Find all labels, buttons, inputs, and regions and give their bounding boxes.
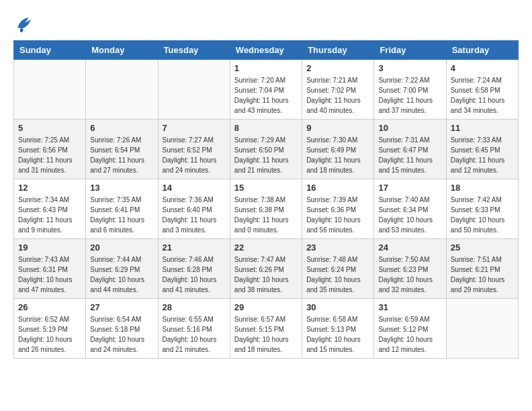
- calendar-cell: 8Sunrise: 7:29 AM Sunset: 6:50 PM Daylig…: [230, 120, 302, 179]
- weekday-header-tuesday: Tuesday: [158, 41, 230, 60]
- day-info: Sunrise: 7:26 AM Sunset: 6:54 PM Dayligh…: [90, 135, 153, 175]
- calendar-cell: 6Sunrise: 7:26 AM Sunset: 6:54 PM Daylig…: [86, 120, 158, 179]
- day-number: 27: [90, 302, 153, 312]
- day-number: 26: [18, 302, 81, 312]
- day-info: Sunrise: 7:36 AM Sunset: 6:40 PM Dayligh…: [163, 195, 226, 235]
- day-number: 23: [306, 242, 369, 253]
- day-info: Sunrise: 7:48 AM Sunset: 6:24 PM Dayligh…: [306, 255, 369, 295]
- calendar-cell: [158, 60, 230, 120]
- day-number: 9: [306, 123, 369, 133]
- day-number: 30: [306, 302, 369, 312]
- calendar-cell: 21Sunrise: 7:46 AM Sunset: 6:28 PM Dayli…: [158, 239, 230, 299]
- calendar-week-row: 19Sunrise: 7:43 AM Sunset: 6:31 PM Dayli…: [14, 239, 519, 299]
- day-number: 16: [306, 183, 369, 193]
- day-info: Sunrise: 7:33 AM Sunset: 6:45 PM Dayligh…: [451, 135, 514, 175]
- weekday-header-monday: Monday: [86, 41, 158, 60]
- day-number: 21: [163, 242, 226, 253]
- day-number: 18: [451, 183, 514, 193]
- day-number: 12: [18, 183, 81, 193]
- day-info: Sunrise: 7:46 AM Sunset: 6:28 PM Dayligh…: [163, 255, 226, 295]
- calendar-week-row: 5Sunrise: 7:25 AM Sunset: 6:56 PM Daylig…: [14, 120, 519, 179]
- day-number: 29: [234, 302, 298, 312]
- calendar-cell: 23Sunrise: 7:48 AM Sunset: 6:24 PM Dayli…: [302, 239, 374, 299]
- day-info: Sunrise: 7:35 AM Sunset: 6:41 PM Dayligh…: [90, 195, 153, 235]
- weekday-header-friday: Friday: [374, 41, 446, 60]
- calendar-cell: 17Sunrise: 7:40 AM Sunset: 6:34 PM Dayli…: [374, 179, 446, 239]
- calendar-cell: 9Sunrise: 7:30 AM Sunset: 6:49 PM Daylig…: [302, 120, 374, 179]
- day-info: Sunrise: 7:43 AM Sunset: 6:31 PM Dayligh…: [18, 255, 81, 295]
- weekday-header-wednesday: Wednesday: [230, 41, 302, 60]
- day-info: Sunrise: 7:22 AM Sunset: 7:00 PM Dayligh…: [378, 75, 441, 116]
- day-number: 25: [451, 242, 514, 253]
- day-info: Sunrise: 7:51 AM Sunset: 6:21 PM Dayligh…: [451, 255, 514, 295]
- calendar-cell: 25Sunrise: 7:51 AM Sunset: 6:21 PM Dayli…: [446, 239, 518, 299]
- day-info: Sunrise: 7:20 AM Sunset: 7:04 PM Dayligh…: [234, 75, 298, 116]
- day-number: 19: [18, 242, 81, 253]
- calendar-cell: 2Sunrise: 7:21 AM Sunset: 7:02 PM Daylig…: [302, 60, 374, 120]
- day-number: 28: [163, 302, 226, 312]
- day-number: 8: [234, 123, 298, 133]
- day-info: Sunrise: 7:47 AM Sunset: 6:26 PM Dayligh…: [234, 255, 298, 295]
- day-info: Sunrise: 7:40 AM Sunset: 6:34 PM Dayligh…: [378, 195, 441, 235]
- day-info: Sunrise: 7:29 AM Sunset: 6:50 PM Dayligh…: [234, 135, 298, 175]
- calendar-cell: 12Sunrise: 7:34 AM Sunset: 6:43 PM Dayli…: [14, 179, 86, 239]
- day-info: Sunrise: 6:55 AM Sunset: 5:16 PM Dayligh…: [163, 314, 226, 355]
- day-info: Sunrise: 7:42 AM Sunset: 6:33 PM Dayligh…: [451, 195, 514, 235]
- calendar-cell: 26Sunrise: 6:52 AM Sunset: 5:19 PM Dayli…: [14, 299, 86, 359]
- weekday-header-sunday: Sunday: [14, 41, 86, 60]
- calendar-cell: [446, 299, 518, 359]
- calendar-cell: 11Sunrise: 7:33 AM Sunset: 6:45 PM Dayli…: [446, 120, 518, 179]
- day-info: Sunrise: 7:25 AM Sunset: 6:56 PM Dayligh…: [18, 135, 81, 175]
- day-info: Sunrise: 7:27 AM Sunset: 6:52 PM Dayligh…: [163, 135, 226, 175]
- calendar-cell: 22Sunrise: 7:47 AM Sunset: 6:26 PM Dayli…: [230, 239, 302, 299]
- day-info: Sunrise: 7:24 AM Sunset: 6:58 PM Dayligh…: [451, 75, 514, 116]
- calendar-table: SundayMondayTuesdayWednesdayThursdayFrid…: [13, 40, 519, 359]
- day-info: Sunrise: 7:34 AM Sunset: 6:43 PM Dayligh…: [18, 195, 81, 235]
- calendar-week-row: 1Sunrise: 7:20 AM Sunset: 7:04 PM Daylig…: [14, 60, 519, 120]
- day-info: Sunrise: 6:54 AM Sunset: 5:18 PM Dayligh…: [90, 314, 153, 355]
- calendar-cell: 1Sunrise: 7:20 AM Sunset: 7:04 PM Daylig…: [230, 60, 302, 120]
- day-number: 5: [18, 123, 81, 133]
- calendar-cell: 31Sunrise: 6:59 AM Sunset: 5:12 PM Dayli…: [374, 299, 446, 359]
- day-info: Sunrise: 6:52 AM Sunset: 5:19 PM Dayligh…: [18, 314, 81, 355]
- calendar-cell: 28Sunrise: 6:55 AM Sunset: 5:16 PM Dayli…: [158, 299, 230, 359]
- day-number: 14: [163, 183, 226, 193]
- day-number: 1: [234, 63, 298, 73]
- weekday-header-row: SundayMondayTuesdayWednesdayThursdayFrid…: [14, 41, 519, 60]
- day-info: Sunrise: 6:59 AM Sunset: 5:12 PM Dayligh…: [378, 314, 441, 355]
- day-info: Sunrise: 7:44 AM Sunset: 6:29 PM Dayligh…: [90, 255, 153, 295]
- calendar-cell: 15Sunrise: 7:38 AM Sunset: 6:38 PM Dayli…: [230, 179, 302, 239]
- day-number: 17: [378, 183, 441, 193]
- calendar-cell: 4Sunrise: 7:24 AM Sunset: 6:58 PM Daylig…: [446, 60, 518, 120]
- calendar-cell: 10Sunrise: 7:31 AM Sunset: 6:47 PM Dayli…: [374, 120, 446, 179]
- logo: [13, 13, 38, 34]
- calendar-cell: 18Sunrise: 7:42 AM Sunset: 6:33 PM Dayli…: [446, 179, 518, 239]
- calendar-cell: 13Sunrise: 7:35 AM Sunset: 6:41 PM Dayli…: [86, 179, 158, 239]
- day-number: 6: [90, 123, 153, 133]
- day-info: Sunrise: 7:31 AM Sunset: 6:47 PM Dayligh…: [378, 135, 441, 175]
- calendar-cell: 20Sunrise: 7:44 AM Sunset: 6:29 PM Dayli…: [86, 239, 158, 299]
- day-number: 10: [378, 123, 441, 133]
- calendar-cell: [14, 60, 86, 120]
- day-number: 11: [451, 123, 514, 133]
- day-number: 24: [378, 242, 441, 253]
- logo-bird-icon: [13, 13, 34, 34]
- day-number: 3: [378, 63, 441, 73]
- calendar-cell: 16Sunrise: 7:39 AM Sunset: 6:36 PM Dayli…: [302, 179, 374, 239]
- day-number: 22: [234, 242, 298, 253]
- calendar-cell: [86, 60, 158, 120]
- day-info: Sunrise: 7:39 AM Sunset: 6:36 PM Dayligh…: [306, 195, 369, 235]
- day-info: Sunrise: 7:30 AM Sunset: 6:49 PM Dayligh…: [306, 135, 369, 175]
- calendar-week-row: 12Sunrise: 7:34 AM Sunset: 6:43 PM Dayli…: [14, 179, 519, 239]
- calendar-cell: 27Sunrise: 6:54 AM Sunset: 5:18 PM Dayli…: [86, 299, 158, 359]
- day-number: 20: [90, 242, 153, 253]
- calendar-cell: 5Sunrise: 7:25 AM Sunset: 6:56 PM Daylig…: [14, 120, 86, 179]
- day-number: 31: [378, 302, 441, 312]
- weekday-header-thursday: Thursday: [302, 41, 374, 60]
- day-info: Sunrise: 7:50 AM Sunset: 6:23 PM Dayligh…: [378, 255, 441, 295]
- calendar-cell: 29Sunrise: 6:57 AM Sunset: 5:15 PM Dayli…: [230, 299, 302, 359]
- calendar-cell: 19Sunrise: 7:43 AM Sunset: 6:31 PM Dayli…: [14, 239, 86, 299]
- day-info: Sunrise: 7:38 AM Sunset: 6:38 PM Dayligh…: [234, 195, 298, 235]
- calendar-cell: 3Sunrise: 7:22 AM Sunset: 7:00 PM Daylig…: [374, 60, 446, 120]
- day-info: Sunrise: 6:57 AM Sunset: 5:15 PM Dayligh…: [234, 314, 298, 355]
